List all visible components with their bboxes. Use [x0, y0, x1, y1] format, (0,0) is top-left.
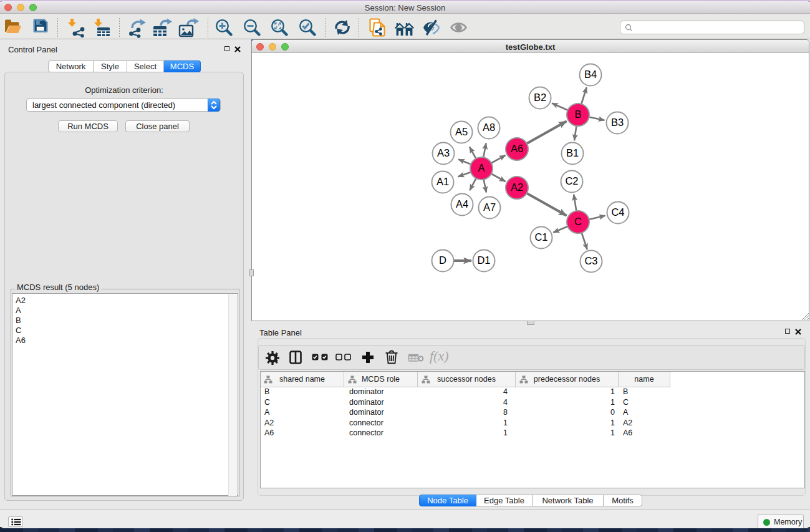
svg-text:A5: A5	[455, 126, 468, 137]
svg-text:B2: B2	[534, 92, 546, 103]
svg-text:A3: A3	[437, 147, 450, 158]
svg-text:C3: C3	[584, 255, 597, 266]
svg-text:C4: C4	[611, 206, 624, 218]
svg-text:B1: B1	[566, 147, 579, 158]
svg-text:C2: C2	[565, 175, 578, 186]
svg-text:D1: D1	[477, 254, 490, 266]
svg-text:A7: A7	[483, 201, 496, 213]
svg-text:A: A	[478, 162, 485, 173]
svg-text:A4: A4	[456, 198, 468, 210]
svg-text:A2: A2	[511, 181, 523, 193]
svg-text:B3: B3	[611, 117, 624, 128]
svg-text:C: C	[574, 216, 582, 227]
svg-text:A1: A1	[436, 176, 449, 187]
svg-text:A6: A6	[511, 143, 523, 154]
svg-text:B4: B4	[584, 69, 597, 80]
svg-text:D: D	[439, 254, 446, 266]
svg-text:B: B	[574, 109, 581, 120]
svg-text:C1: C1	[534, 231, 547, 243]
svg-text:A8: A8	[483, 122, 495, 133]
